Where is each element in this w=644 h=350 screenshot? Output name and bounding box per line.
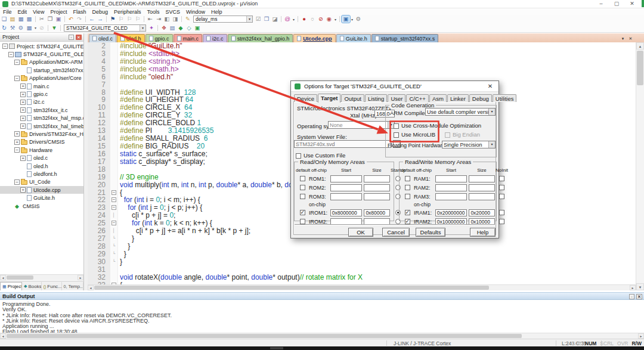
maximize-button[interactable]: ▢ (613, 0, 620, 8)
project-hscrollbar[interactable]: ◂ ▸ (0, 274, 83, 280)
uncomment-icon[interactable]: ◨ (171, 16, 179, 23)
ram1-default-checkbox[interactable] (405, 176, 410, 181)
fold-margin[interactable]: − (110, 196, 118, 204)
dialog-tab-linker[interactable]: Linker (447, 94, 469, 102)
dialog-tab-output[interactable]: Output (341, 94, 364, 102)
copy-icon[interactable]: ❐ (46, 16, 54, 23)
stop-build-icon[interactable]: ⊘ (38, 24, 46, 32)
ram3-noinit-checkbox[interactable] (499, 194, 504, 199)
tree-item[interactable]: +i2c.c (0, 98, 83, 106)
iram1-default-checkbox[interactable] (405, 210, 410, 215)
scroll-thumb[interactable] (7, 334, 522, 338)
fold-margin[interactable]: − (110, 189, 118, 197)
expander-icon[interactable]: + (20, 187, 26, 193)
fold-margin[interactable] (110, 66, 118, 73)
panel-tab-project[interactable]: ▦Project (0, 282, 22, 290)
fold-margin[interactable] (110, 127, 118, 135)
ram1-start-input[interactable] (435, 175, 467, 182)
menu-file[interactable]: File (0, 9, 15, 15)
target-select[interactable]: STM32F4_GUILITE_OLED▾ (64, 24, 146, 32)
pin-icon[interactable]: ▫ (69, 35, 74, 40)
ram2-size-input[interactable] (469, 184, 494, 191)
tree-item[interactable]: −Application/User/Core (0, 75, 83, 82)
ram2-start-input[interactable] (435, 184, 467, 191)
scroll-left-icon[interactable]: ◂ (0, 275, 6, 280)
scroll-thumb[interactable] (94, 286, 489, 290)
menu-view[interactable]: View (30, 9, 47, 15)
batch-build-icon-dropdown[interactable]: ▾ (33, 26, 38, 30)
goto-symbol-icon[interactable]: @ (283, 16, 292, 23)
iram2-noinit-checkbox[interactable] (499, 219, 504, 224)
scroll-down-icon[interactable]: ▾ (636, 283, 644, 290)
ram1-noinit-checkbox[interactable] (499, 176, 504, 181)
expander-icon[interactable]: + (14, 140, 20, 145)
file-search-icon[interactable]: ✎ (184, 16, 192, 23)
dialog-tab-cc++[interactable]: C/C++ (406, 94, 428, 102)
expander-icon[interactable]: − (8, 52, 14, 57)
find-icon[interactable]: ☑ (254, 16, 262, 23)
dialog-close-icon[interactable]: ✕ (487, 83, 494, 90)
debug-windows-icon[interactable]: ▣ (342, 16, 350, 23)
tree-item[interactable]: +main.c (0, 82, 83, 90)
use-microlib-checkbox[interactable] (394, 132, 399, 138)
rebuild-icon[interactable]: ⚙ (17, 24, 25, 32)
expander-icon[interactable]: − (2, 44, 8, 49)
scroll-right-icon[interactable]: ▸ (630, 285, 636, 290)
dialog-tab-asm[interactable]: Asm (429, 94, 447, 102)
fold-collapse-icon[interactable]: − (112, 221, 116, 225)
doc-tab-startup_stm32f407xx-s[interactable]: startup_stm32f407xx.s (371, 34, 439, 42)
cross-module-checkbox[interactable] (394, 123, 399, 129)
scroll-right-icon[interactable]: ▸ (78, 275, 83, 280)
fold-margin[interactable] (110, 150, 118, 158)
expander-icon[interactable]: − (14, 179, 20, 185)
paste-icon[interactable]: ▣ (54, 16, 63, 23)
expander-icon[interactable]: − (14, 147, 20, 153)
options-for-target-icon[interactable]: ✦ (147, 24, 156, 32)
pin-icon[interactable]: ▫ (629, 294, 634, 299)
tree-item[interactable]: +Drivers/CMSIS (0, 138, 83, 146)
iram1-size-input[interactable]: 0x20000 (469, 209, 494, 216)
rom2-default-checkbox[interactable] (300, 185, 305, 190)
scroll-left-icon[interactable]: ◂ (88, 285, 94, 290)
save-all-icon[interactable]: ▩ (25, 16, 33, 23)
tree-item[interactable]: −Hardware (0, 146, 83, 154)
tree-item[interactable]: oled.h (0, 162, 83, 170)
tree-item[interactable]: −UI_Code (0, 178, 83, 186)
expander-icon[interactable]: + (20, 100, 26, 105)
doc-tab-main-c[interactable]: main.c (174, 34, 203, 42)
tree-item[interactable]: +gpio.c (0, 90, 83, 98)
ram3-default-checkbox[interactable] (405, 194, 410, 199)
scroll-thumb[interactable] (637, 51, 643, 85)
fold-margin[interactable] (110, 50, 118, 58)
scroll-right-icon[interactable]: ▸ (638, 333, 644, 339)
tree-item[interactable]: GuiLite.h (0, 194, 83, 202)
fold-margin[interactable]: └ (110, 235, 118, 243)
fold-margin[interactable] (110, 135, 118, 143)
open-file-icon[interactable]: ▤ (8, 16, 17, 23)
tree-item[interactable]: +oled.c (0, 154, 83, 162)
fold-margin[interactable]: └ (110, 243, 118, 250)
menu-tools[interactable]: Tools (144, 9, 162, 15)
doc-tab-gpio-c[interactable]: gpio.c (145, 34, 173, 42)
rom1-start-input[interactable] (330, 175, 363, 182)
rom3-size-input[interactable] (364, 193, 389, 200)
tree-item[interactable]: +stm32f4xx_hal_msp.c (0, 114, 83, 122)
doc-tab-stm32f4xx_hal_gpio-h[interactable]: stm32f4xx_hal_gpio.h (228, 34, 293, 42)
ram3-start-input[interactable] (435, 193, 467, 200)
save-icon[interactable]: ▦ (17, 16, 25, 23)
panel-tab-temp[interactable]: 0,Temp... (62, 282, 83, 290)
pack-installer-icon[interactable]: ▣ (193, 24, 202, 32)
translate-icon[interactable]: ↻ (0, 24, 8, 32)
manage-rte-icon[interactable]: ◆ (177, 24, 185, 32)
cancel-button[interactable]: Cancel (382, 228, 410, 237)
menu-debug[interactable]: Debug (89, 9, 111, 15)
doc-tab-UIcode-cpp[interactable]: UIcode.cpp (293, 34, 336, 42)
dialog-tab-utilities[interactable]: Utilities (493, 94, 517, 102)
file-extensions-icon[interactable]: ▤ (168, 24, 177, 32)
ok-button[interactable]: OK (348, 228, 373, 237)
irom1-start-input[interactable]: 0x8000000 (330, 209, 363, 216)
dropdown-icon[interactable]: ▾ (140, 25, 145, 31)
fold-margin[interactable] (110, 104, 118, 111)
fold-margin[interactable] (110, 119, 118, 127)
bookmark-toggle-icon[interactable]: ⚑ (109, 16, 117, 23)
